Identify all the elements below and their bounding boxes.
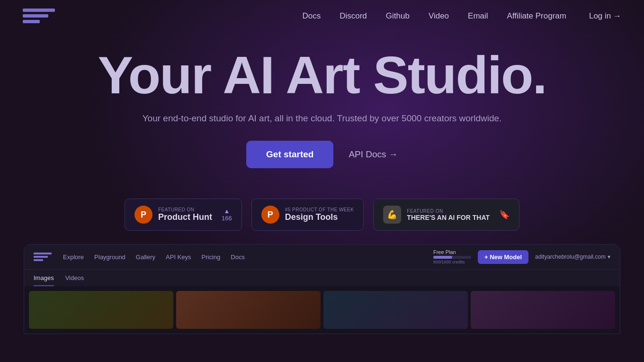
logo-bar-3 (23, 20, 40, 23)
badge-product-hunt[interactable]: P FEATURED ON Product Hunt ▲ 166 (125, 199, 242, 231)
badge-text-2: #5 PRODUCT OF THE WEEK Design Tools (285, 207, 354, 222)
badge-label-2: #5 PRODUCT OF THE WEEK (285, 207, 354, 212)
badge-name-3: THERE'S AN AI FOR THAT (407, 214, 490, 221)
nav-discord[interactable]: Discord (340, 11, 367, 20)
app-nav-playground[interactable]: Playground (94, 253, 125, 261)
app-nav-gallery[interactable]: Gallery (136, 253, 155, 261)
nav-links: Docs Discord Github Video Email Affiliat… (302, 11, 566, 21)
badges-row: P FEATURED ON Product Hunt ▲ 166 P #5 PR… (0, 199, 644, 231)
logo[interactable] (23, 9, 55, 23)
votes-count: 166 (222, 215, 232, 222)
cta-row: Get started API Docs → (9, 141, 635, 168)
ph-icon: P (134, 206, 152, 224)
nav-affiliate[interactable]: Affiliate Program (507, 11, 566, 20)
new-model-button[interactable]: + New Model (478, 250, 528, 264)
nav-github[interactable]: Github (386, 11, 410, 20)
app-nav-bar: Explore Playground Gallery API Keys Pric… (24, 244, 620, 270)
tab-images[interactable]: Images (34, 274, 54, 286)
api-docs-button[interactable]: API Docs → (349, 149, 397, 160)
image-thumb-3[interactable] (323, 291, 468, 329)
user-menu[interactable]: adityarchebrolu@gmail.com ▾ (535, 253, 610, 260)
badge-design-tools[interactable]: P #5 PRODUCT OF THE WEEK Design Tools (251, 199, 364, 231)
tab-videos[interactable]: Videos (65, 274, 84, 286)
badge-text-3: FEATURED ON THERE'S AN AI FOR THAT (407, 208, 490, 221)
app-logo-bar-1 (34, 253, 52, 254)
nav-video[interactable]: Video (429, 11, 449, 20)
hero-subtitle: Your end-to-end studio for AI art, all i… (9, 113, 635, 124)
logo-bar-1 (23, 9, 55, 12)
app-nav-right: Free Plan 500/1000 credits + New Model a… (433, 249, 610, 264)
image-thumb-2[interactable] (176, 291, 321, 329)
get-started-button[interactable]: Get started (246, 141, 333, 168)
chevron-down-icon: ▾ (608, 253, 610, 260)
badge-name: Product Hunt (158, 212, 212, 222)
login-button[interactable]: Log in → (589, 11, 621, 21)
badge-label: FEATURED ON (158, 207, 212, 212)
app-nav-api-keys[interactable]: API Keys (166, 253, 191, 261)
user-email: adityarchebrolu@gmail.com (535, 253, 606, 260)
credits-bar-fill (433, 256, 452, 259)
nav-email[interactable]: Email (468, 11, 488, 20)
image-thumb-4[interactable] (471, 291, 615, 329)
app-preview: Explore Playground Gallery API Keys Pric… (24, 244, 620, 334)
app-nav-links: Explore Playground Gallery API Keys Pric… (63, 253, 433, 261)
credits-bar-bg (433, 256, 471, 259)
bookmark-icon: 🔖 (499, 209, 510, 220)
app-nav-pricing[interactable]: Pricing (202, 253, 221, 261)
ph-icon-2: P (261, 206, 279, 224)
free-plan-label: Free Plan (433, 249, 471, 255)
app-logo (34, 253, 52, 261)
free-plan-box: Free Plan 500/1000 credits (433, 249, 471, 264)
badge-name-2: Design Tools (285, 212, 354, 222)
ai-icon: 💪 (383, 206, 401, 224)
votes-arrow: ▲ (224, 208, 230, 215)
logo-bar-2 (23, 14, 48, 18)
nav-docs[interactable]: Docs (302, 11, 321, 20)
app-nav-docs[interactable]: Docs (231, 253, 245, 261)
hero-section: Your AI Art Studio. Your end-to-end stud… (0, 32, 644, 199)
badge-votes: ▲ 166 (222, 208, 232, 222)
app-images-grid (24, 286, 620, 334)
app-tabs: Images Videos (24, 270, 620, 286)
app-logo-bar-2 (34, 256, 48, 258)
main-nav: Docs Discord Github Video Email Affiliat… (0, 0, 644, 32)
app-nav-explore[interactable]: Explore (63, 253, 84, 261)
badge-label-3: FEATURED ON (407, 208, 490, 214)
app-logo-bar-3 (34, 259, 43, 261)
badge-theres-an-ai[interactable]: 💪 FEATURED ON THERE'S AN AI FOR THAT 🔖 (373, 199, 519, 231)
badge-text: FEATURED ON Product Hunt (158, 207, 212, 222)
hero-title: Your AI Art Studio. (9, 49, 635, 102)
credits-text: 500/1000 credits (433, 260, 471, 264)
image-thumb-1[interactable] (29, 291, 173, 329)
